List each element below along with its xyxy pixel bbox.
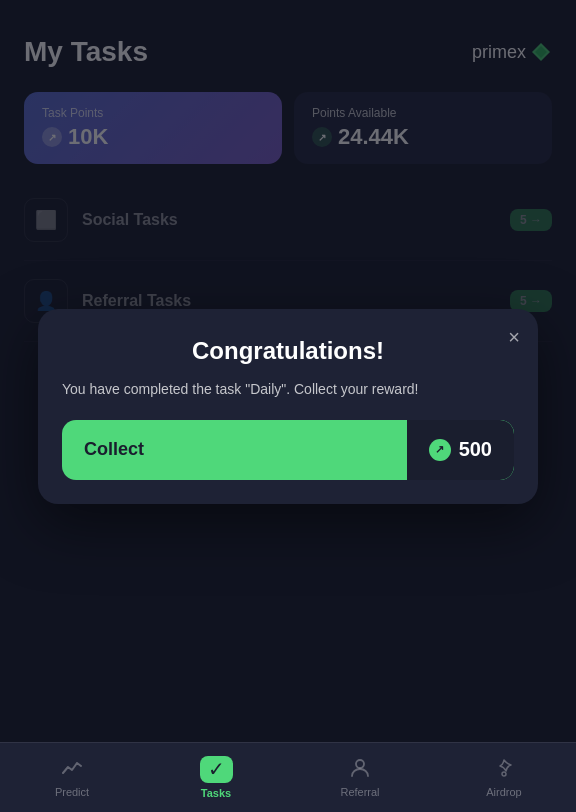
nav-referral[interactable]: Referral bbox=[288, 743, 432, 812]
collect-amount-value: 500 bbox=[459, 438, 492, 461]
modal-close-button[interactable]: × bbox=[508, 327, 520, 347]
modal-description: You have completed the task "Daily". Col… bbox=[62, 379, 514, 400]
collect-label: Collect bbox=[62, 439, 407, 460]
airdrop-icon bbox=[493, 757, 515, 782]
airdrop-label: Airdrop bbox=[486, 786, 521, 798]
predict-icon bbox=[61, 757, 83, 782]
modal-title: Congratulations! bbox=[62, 337, 514, 365]
referral-label: Referral bbox=[340, 786, 379, 798]
nav-tasks[interactable]: ✓ Tasks bbox=[144, 743, 288, 812]
svg-point-0 bbox=[356, 760, 364, 768]
nav-airdrop[interactable]: Airdrop bbox=[432, 743, 576, 812]
congratulations-modal: × Congratulations! You have completed th… bbox=[38, 309, 538, 504]
nav-predict[interactable]: Predict bbox=[0, 743, 144, 812]
collect-amount: ↗ 500 bbox=[407, 420, 514, 480]
tasks-icon-wrap: ✓ bbox=[200, 756, 233, 783]
predict-label: Predict bbox=[55, 786, 89, 798]
overlay: × Congratulations! You have completed th… bbox=[0, 0, 576, 812]
tasks-icon: ✓ bbox=[208, 758, 225, 780]
collect-amount-icon: ↗ bbox=[429, 439, 451, 461]
referral-icon bbox=[349, 757, 371, 782]
bottom-nav: Predict ✓ Tasks Referral bbox=[0, 742, 576, 812]
page: My Tasks primex Task Points ↗ 10K Points… bbox=[0, 0, 576, 812]
svg-point-1 bbox=[502, 772, 506, 776]
collect-button[interactable]: Collect ↗ 500 bbox=[62, 420, 514, 480]
tasks-label: Tasks bbox=[201, 787, 231, 799]
